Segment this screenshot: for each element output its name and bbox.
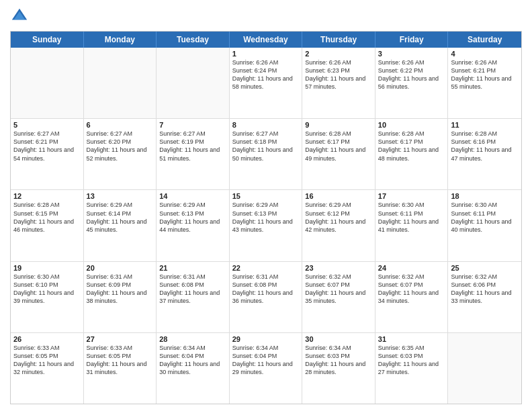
- weekday-header-monday: Monday: [84, 32, 157, 48]
- day-number: 20: [87, 264, 154, 272]
- day-number: 11: [451, 121, 519, 129]
- day-info: Sunrise: 6:30 AM Sunset: 6:11 PM Dayligh…: [378, 201, 445, 234]
- day-info: Sunrise: 6:27 AM Sunset: 6:19 PM Dayligh…: [159, 130, 226, 163]
- day-info: Sunrise: 6:30 AM Sunset: 6:11 PM Dayligh…: [451, 201, 519, 234]
- day-cell-3: 3Sunrise: 6:26 AM Sunset: 6:22 PM Daylig…: [375, 48, 449, 118]
- day-cell-20: 20Sunrise: 6:31 AM Sunset: 6:09 PM Dayli…: [84, 262, 157, 332]
- day-cell-28: 28Sunrise: 6:34 AM Sunset: 6:04 PM Dayli…: [157, 333, 230, 404]
- page: SundayMondayTuesdayWednesdayThursdayFrid…: [0, 0, 532, 411]
- day-info: Sunrise: 6:31 AM Sunset: 6:09 PM Dayligh…: [87, 273, 154, 306]
- day-number: 10: [378, 121, 445, 129]
- calendar-body: 1Sunrise: 6:26 AM Sunset: 6:24 PM Daylig…: [11, 48, 521, 404]
- day-cell-21: 21Sunrise: 6:31 AM Sunset: 6:08 PM Dayli…: [157, 262, 230, 332]
- day-info: Sunrise: 6:34 AM Sunset: 6:03 PM Dayligh…: [305, 344, 372, 377]
- calendar-header: SundayMondayTuesdayWednesdayThursdayFrid…: [11, 32, 521, 48]
- header: [10, 7, 522, 26]
- day-info: Sunrise: 6:30 AM Sunset: 6:10 PM Dayligh…: [13, 273, 81, 306]
- day-cell-18: 18Sunrise: 6:30 AM Sunset: 6:11 PM Dayli…: [448, 190, 521, 261]
- day-cell-2: 2Sunrise: 6:26 AM Sunset: 6:23 PM Daylig…: [302, 48, 375, 118]
- day-info: Sunrise: 6:26 AM Sunset: 6:23 PM Dayligh…: [305, 58, 372, 91]
- day-cell-15: 15Sunrise: 6:29 AM Sunset: 6:13 PM Dayli…: [230, 190, 303, 261]
- day-cell-30: 30Sunrise: 6:34 AM Sunset: 6:03 PM Dayli…: [302, 333, 375, 404]
- empty-cell: [448, 333, 521, 404]
- day-number: 22: [232, 264, 300, 272]
- day-number: 7: [159, 121, 226, 129]
- day-cell-5: 5Sunrise: 6:27 AM Sunset: 6:21 PM Daylig…: [11, 119, 84, 189]
- day-number: 3: [378, 50, 445, 58]
- day-number: 15: [232, 192, 300, 200]
- day-number: 1: [232, 50, 300, 58]
- empty-cell: [84, 48, 157, 118]
- day-number: 26: [13, 335, 81, 343]
- day-info: Sunrise: 6:32 AM Sunset: 6:07 PM Dayligh…: [378, 273, 445, 306]
- day-cell-27: 27Sunrise: 6:33 AM Sunset: 6:05 PM Dayli…: [84, 333, 157, 404]
- calendar: SundayMondayTuesdayWednesdayThursdayFrid…: [10, 31, 522, 404]
- weekday-header-thursday: Thursday: [302, 32, 375, 48]
- weekday-header-sunday: Sunday: [11, 32, 84, 48]
- empty-cell: [11, 48, 84, 118]
- day-number: 2: [305, 50, 372, 58]
- day-number: 5: [13, 121, 81, 129]
- weekday-header-saturday: Saturday: [448, 32, 521, 48]
- day-number: 29: [232, 335, 300, 343]
- day-number: 8: [232, 121, 300, 129]
- day-info: Sunrise: 6:32 AM Sunset: 6:06 PM Dayligh…: [451, 273, 519, 306]
- day-cell-17: 17Sunrise: 6:30 AM Sunset: 6:11 PM Dayli…: [375, 190, 449, 261]
- day-info: Sunrise: 6:27 AM Sunset: 6:18 PM Dayligh…: [232, 130, 300, 163]
- day-number: 19: [13, 264, 81, 272]
- day-info: Sunrise: 6:31 AM Sunset: 6:08 PM Dayligh…: [159, 273, 226, 306]
- calendar-row-4: 26Sunrise: 6:33 AM Sunset: 6:05 PM Dayli…: [11, 333, 521, 404]
- day-number: 4: [451, 50, 519, 58]
- day-cell-29: 29Sunrise: 6:34 AM Sunset: 6:04 PM Dayli…: [230, 333, 303, 404]
- day-info: Sunrise: 6:34 AM Sunset: 6:04 PM Dayligh…: [159, 344, 226, 377]
- calendar-row-1: 5Sunrise: 6:27 AM Sunset: 6:21 PM Daylig…: [11, 119, 521, 190]
- day-info: Sunrise: 6:35 AM Sunset: 6:03 PM Dayligh…: [378, 344, 445, 377]
- day-number: 23: [305, 264, 372, 272]
- day-number: 28: [159, 335, 226, 343]
- day-number: 24: [378, 264, 445, 272]
- day-cell-19: 19Sunrise: 6:30 AM Sunset: 6:10 PM Dayli…: [11, 262, 84, 332]
- day-cell-25: 25Sunrise: 6:32 AM Sunset: 6:06 PM Dayli…: [448, 262, 521, 332]
- day-number: 31: [378, 335, 445, 343]
- day-number: 13: [87, 192, 154, 200]
- calendar-row-3: 19Sunrise: 6:30 AM Sunset: 6:10 PM Dayli…: [11, 262, 521, 333]
- day-info: Sunrise: 6:26 AM Sunset: 6:24 PM Dayligh…: [232, 58, 300, 91]
- logo: [10, 7, 32, 26]
- day-info: Sunrise: 6:28 AM Sunset: 6:17 PM Dayligh…: [378, 130, 445, 163]
- day-info: Sunrise: 6:28 AM Sunset: 6:17 PM Dayligh…: [305, 130, 372, 163]
- weekday-header-tuesday: Tuesday: [157, 32, 230, 48]
- day-cell-4: 4Sunrise: 6:26 AM Sunset: 6:21 PM Daylig…: [448, 48, 521, 118]
- day-cell-16: 16Sunrise: 6:29 AM Sunset: 6:12 PM Dayli…: [302, 190, 375, 261]
- day-info: Sunrise: 6:29 AM Sunset: 6:13 PM Dayligh…: [232, 201, 300, 234]
- empty-cell: [157, 48, 230, 118]
- day-cell-24: 24Sunrise: 6:32 AM Sunset: 6:07 PM Dayli…: [375, 262, 449, 332]
- day-number: 27: [87, 335, 154, 343]
- day-cell-13: 13Sunrise: 6:29 AM Sunset: 6:14 PM Dayli…: [84, 190, 157, 261]
- day-info: Sunrise: 6:27 AM Sunset: 6:21 PM Dayligh…: [13, 130, 81, 163]
- day-number: 30: [305, 335, 372, 343]
- day-info: Sunrise: 6:26 AM Sunset: 6:22 PM Dayligh…: [378, 58, 445, 91]
- day-cell-23: 23Sunrise: 6:32 AM Sunset: 6:07 PM Dayli…: [302, 262, 375, 332]
- calendar-row-2: 12Sunrise: 6:28 AM Sunset: 6:15 PM Dayli…: [11, 190, 521, 261]
- day-number: 18: [451, 192, 519, 200]
- day-number: 16: [305, 192, 372, 200]
- day-cell-7: 7Sunrise: 6:27 AM Sunset: 6:19 PM Daylig…: [157, 119, 230, 189]
- calendar-row-0: 1Sunrise: 6:26 AM Sunset: 6:24 PM Daylig…: [11, 48, 521, 119]
- day-cell-22: 22Sunrise: 6:31 AM Sunset: 6:08 PM Dayli…: [230, 262, 303, 332]
- day-info: Sunrise: 6:33 AM Sunset: 6:05 PM Dayligh…: [87, 344, 154, 377]
- day-info: Sunrise: 6:26 AM Sunset: 6:21 PM Dayligh…: [451, 58, 519, 91]
- weekday-header-wednesday: Wednesday: [230, 32, 303, 48]
- day-number: 14: [159, 192, 226, 200]
- day-number: 25: [451, 264, 519, 272]
- day-cell-6: 6Sunrise: 6:27 AM Sunset: 6:20 PM Daylig…: [84, 119, 157, 189]
- logo-icon: [10, 7, 29, 26]
- day-cell-26: 26Sunrise: 6:33 AM Sunset: 6:05 PM Dayli…: [11, 333, 84, 404]
- day-number: 6: [87, 121, 154, 129]
- day-info: Sunrise: 6:29 AM Sunset: 6:12 PM Dayligh…: [305, 201, 372, 234]
- day-number: 12: [13, 192, 81, 200]
- day-number: 9: [305, 121, 372, 129]
- day-number: 17: [378, 192, 445, 200]
- day-cell-12: 12Sunrise: 6:28 AM Sunset: 6:15 PM Dayli…: [11, 190, 84, 261]
- day-cell-1: 1Sunrise: 6:26 AM Sunset: 6:24 PM Daylig…: [230, 48, 303, 118]
- day-info: Sunrise: 6:31 AM Sunset: 6:08 PM Dayligh…: [232, 273, 300, 306]
